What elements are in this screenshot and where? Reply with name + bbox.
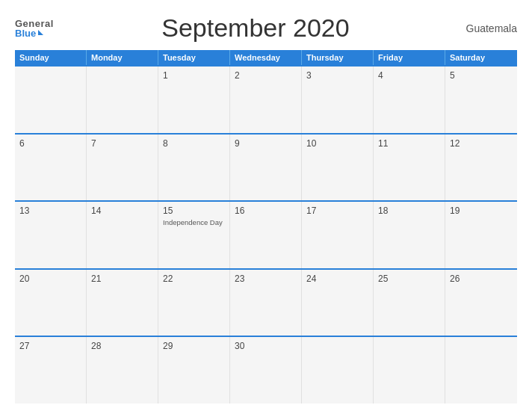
cal-cell: 20 bbox=[15, 270, 87, 336]
header-thursday: Thursday bbox=[302, 50, 374, 65]
cal-cell: 27 bbox=[15, 337, 87, 404]
cal-cell: 13 bbox=[15, 202, 87, 268]
cal-cell: 18 bbox=[374, 202, 445, 268]
cal-cell bbox=[15, 67, 87, 133]
header-friday: Friday bbox=[374, 50, 445, 65]
header-saturday: Saturday bbox=[445, 50, 517, 65]
day-number: 10 bbox=[306, 138, 368, 149]
calendar-week-2: 6789101112 bbox=[15, 133, 517, 201]
logo-triangle-icon bbox=[38, 30, 43, 35]
calendar-body: 123456789101112131415Independence Day161… bbox=[15, 65, 517, 404]
cal-cell: 7 bbox=[87, 135, 158, 201]
header-wednesday: Wednesday bbox=[230, 50, 302, 65]
logo: General Blue bbox=[15, 19, 54, 38]
cal-cell bbox=[445, 337, 517, 404]
cal-cell: 26 bbox=[445, 270, 517, 336]
day-number: 1 bbox=[163, 70, 225, 81]
day-number: 19 bbox=[450, 206, 513, 216]
day-number: 9 bbox=[235, 138, 297, 149]
holiday-label: Independence Day bbox=[163, 218, 225, 226]
cal-cell: 12 bbox=[445, 135, 517, 201]
country-label: Guatemala bbox=[457, 22, 517, 34]
cal-cell: 15Independence Day bbox=[158, 202, 230, 268]
cal-cell: 9 bbox=[230, 135, 302, 201]
day-number: 21 bbox=[91, 274, 153, 284]
day-number: 18 bbox=[378, 206, 440, 216]
cal-cell: 22 bbox=[158, 270, 230, 336]
day-number: 11 bbox=[378, 138, 440, 149]
calendar: Sunday Monday Tuesday Wednesday Thursday… bbox=[15, 50, 517, 404]
day-number: 25 bbox=[378, 274, 440, 284]
day-number: 2 bbox=[235, 70, 297, 81]
day-number: 24 bbox=[306, 274, 368, 284]
day-number: 3 bbox=[306, 70, 368, 81]
calendar-title: September 2020 bbox=[54, 13, 457, 43]
day-number: 4 bbox=[378, 70, 440, 81]
header-sunday: Sunday bbox=[15, 50, 87, 65]
day-number: 16 bbox=[235, 206, 297, 216]
cal-cell: 17 bbox=[302, 202, 374, 268]
day-number: 26 bbox=[450, 274, 513, 284]
cal-cell: 1 bbox=[158, 67, 230, 133]
header-tuesday: Tuesday bbox=[158, 50, 230, 65]
logo-blue-text: Blue bbox=[15, 28, 43, 38]
cal-cell: 14 bbox=[87, 202, 158, 268]
cal-cell: 2 bbox=[230, 67, 302, 133]
cal-cell: 25 bbox=[374, 270, 445, 336]
cal-cell: 6 bbox=[15, 135, 87, 201]
day-number: 14 bbox=[91, 206, 153, 216]
day-number: 30 bbox=[235, 341, 297, 351]
cal-cell bbox=[87, 67, 158, 133]
page: General Blue September 2020 Guatemala Su… bbox=[0, 0, 532, 411]
logo-general-text: General bbox=[15, 19, 54, 28]
day-number: 27 bbox=[19, 341, 81, 351]
cal-cell: 8 bbox=[158, 135, 230, 201]
cal-cell: 4 bbox=[374, 67, 445, 133]
cal-cell: 19 bbox=[445, 202, 517, 268]
day-number: 6 bbox=[19, 138, 81, 149]
cal-cell: 21 bbox=[87, 270, 158, 336]
cal-cell: 16 bbox=[230, 202, 302, 268]
day-number: 5 bbox=[450, 70, 513, 81]
day-number: 7 bbox=[91, 138, 153, 149]
day-number: 29 bbox=[163, 341, 225, 351]
cal-cell: 3 bbox=[302, 67, 374, 133]
day-number: 15 bbox=[163, 206, 225, 216]
day-number: 8 bbox=[163, 138, 225, 149]
calendar-week-1: 12345 bbox=[15, 65, 517, 133]
day-number: 12 bbox=[450, 138, 513, 149]
calendar-week-3: 131415Independence Day16171819 bbox=[15, 200, 517, 268]
calendar-week-5: 27282930 bbox=[15, 336, 517, 404]
day-number: 28 bbox=[91, 341, 153, 351]
cal-cell: 11 bbox=[374, 135, 445, 201]
cal-cell: 29 bbox=[158, 337, 230, 404]
cal-cell: 10 bbox=[302, 135, 374, 201]
header: General Blue September 2020 Guatemala bbox=[15, 13, 517, 43]
calendar-week-4: 20212223242526 bbox=[15, 268, 517, 336]
calendar-header: Sunday Monday Tuesday Wednesday Thursday… bbox=[15, 50, 517, 65]
day-number: 17 bbox=[306, 206, 368, 216]
cal-cell: 30 bbox=[230, 337, 302, 404]
cal-cell: 23 bbox=[230, 270, 302, 336]
day-number: 22 bbox=[163, 274, 225, 284]
header-monday: Monday bbox=[87, 50, 158, 65]
cal-cell bbox=[374, 337, 445, 404]
cal-cell: 24 bbox=[302, 270, 374, 336]
cal-cell: 28 bbox=[87, 337, 158, 404]
day-number: 23 bbox=[235, 274, 297, 284]
day-number: 20 bbox=[19, 274, 81, 284]
cal-cell bbox=[302, 337, 374, 404]
cal-cell: 5 bbox=[445, 67, 517, 133]
day-number: 13 bbox=[19, 206, 81, 216]
